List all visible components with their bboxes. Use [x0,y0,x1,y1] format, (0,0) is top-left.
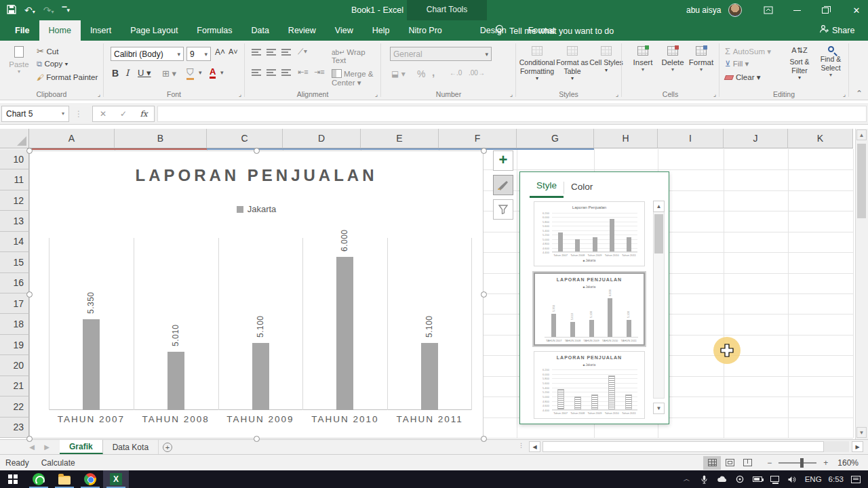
grow-font-icon[interactable]: A˄ [215,47,225,57]
align-bottom-icon[interactable] [281,49,291,56]
plot-area[interactable]: 5.3505.0105.1006.0005.100 [49,238,472,410]
view-page-layout-button[interactable] [721,456,738,470]
style-thumbnail-3[interactable]: LAPORAN PENJUALAN6.2006.0005.8005.6005.4… [534,351,645,419]
decrease-decimal-icon[interactable]: .00→ [469,69,485,77]
align-middle-icon[interactable] [267,49,276,56]
tell-me-box[interactable]: Tell me what you want to do [495,24,614,37]
microphone-icon[interactable] [699,475,710,484]
vertical-scroll-thumb[interactable] [857,144,866,218]
bar-tahun-2008[interactable] [167,352,184,410]
font-name-dropdown-icon[interactable]: ▾ [177,51,180,58]
find-select-button[interactable]: Find & Select▾ [816,46,846,79]
align-top-icon[interactable] [252,49,261,56]
row-header-13[interactable]: 13 [0,211,29,231]
column-header-C[interactable]: C [207,129,283,148]
find-select-dropdown-icon[interactable]: ▾ [829,72,832,79]
style-panel-tab-color[interactable]: Color [564,179,599,197]
view-normal-button[interactable] [703,456,721,470]
group-editing-dialog-launcher-icon[interactable]: ⌟ [843,91,846,98]
zoom-slider-thumb[interactable] [800,458,804,468]
selection-handle[interactable] [26,436,33,442]
column-header-G[interactable]: G [517,129,594,148]
tab-nitro-pro[interactable]: Nitro Pro [399,20,451,41]
restore-button[interactable] [814,0,837,20]
language-indicator[interactable]: ENG [805,475,822,483]
align-right-icon[interactable] [281,69,291,76]
speaker-icon[interactable] [787,476,798,483]
column-header-K[interactable]: K [788,129,853,148]
cut-button[interactable]: ✂ Cut [37,46,58,56]
tab-home[interactable]: Home [39,20,81,41]
name-box-dropdown-icon[interactable]: ▾ [62,110,64,117]
column-header-I[interactable]: I [658,129,724,148]
sheet-nav-left-icon[interactable]: ◀ [24,440,39,454]
bar-tahun-2011[interactable] [421,343,438,410]
align-left-icon[interactable] [252,69,261,76]
tab-file[interactable]: File [5,20,39,41]
tab-insert[interactable]: Insert [81,20,121,41]
onedrive-icon[interactable] [717,476,728,483]
row-header-21[interactable]: 21 [0,376,29,396]
share-button[interactable]: Share [819,24,854,36]
column-header-E[interactable]: E [361,129,439,148]
paste-dropdown-icon[interactable]: ▾ [18,68,20,75]
enter-icon[interactable]: ✓ [113,109,134,119]
align-center-icon[interactable] [267,69,276,76]
format-cells-button-dropdown-icon[interactable]: ▾ [700,66,703,73]
tab-review[interactable]: Review [279,20,326,41]
row-header-16[interactable]: 16 [0,273,29,293]
delete-cells-button[interactable]: Delete▾ [658,46,687,73]
column-header-F[interactable]: F [439,129,517,148]
bar-tahun-2010[interactable] [336,257,353,410]
selection-handle[interactable] [481,291,487,298]
hscroll-left-icon[interactable]: ◀ [529,441,540,452]
column-header-H[interactable]: H [594,129,658,148]
comma-icon[interactable]: , [432,66,435,78]
column-header-B[interactable]: B [115,129,207,148]
horizontal-scroll-thumb[interactable] [542,441,824,452]
customize-quick-access-icon[interactable]: ▔▾ [62,7,70,14]
selection-handle[interactable] [254,436,260,442]
font-color-dropdown-icon[interactable]: ▾ [220,69,224,76]
row-header-22[interactable]: 22 [0,396,29,417]
formula-splitter[interactable]: ⋮ [75,109,83,119]
row-header-19[interactable]: 19 [0,335,29,355]
selection-handle[interactable] [481,436,487,442]
chart-styles-button[interactable] [493,175,513,195]
panel-scroll-down-icon[interactable]: ▼ [653,403,665,414]
clock[interactable]: 6:53 [829,475,844,483]
insert-function-icon[interactable]: fx [134,109,154,119]
fill-color-dropdown-icon[interactable]: ▾ [199,69,202,76]
insert-cells-button-dropdown-icon[interactable]: ▾ [642,66,644,73]
close-button[interactable]: ✕ [845,0,868,20]
fill-button[interactable]: ⊻ Fill ▾ [725,59,749,68]
group-clipboard-dialog-launcher-icon[interactable]: ⌟ [98,91,100,98]
format-painter-button[interactable]: 🖌 Format Painter [37,73,98,81]
bold-button[interactable]: B [112,68,119,79]
shrink-font-icon[interactable]: A˅ [229,47,238,56]
group-alignment-dialog-launcher-icon[interactable]: ⌟ [375,91,378,98]
style-panel-tab-style[interactable]: Style [530,178,564,198]
tab-page-layout[interactable]: Page Layout [121,20,187,41]
sheet-tab-grafik[interactable]: Grafik [60,440,103,454]
cancel-icon[interactable]: ✕ [93,109,113,119]
row-header-15[interactable]: 15 [0,252,29,272]
sheet-tab-data-kota[interactable]: Data Kota [103,440,159,454]
taskbar-chrome[interactable] [77,470,103,488]
scroll-down-icon[interactable]: ▼ [856,427,867,438]
zoom-level[interactable]: 160% [837,458,859,468]
sheet-nav-right-icon[interactable]: ▶ [39,440,54,454]
selection-handle[interactable] [26,148,33,154]
name-box[interactable]: Chart 5 ▾ [1,106,69,122]
undo-icon[interactable]: ↶▾ [24,5,35,16]
group-number-dialog-launcher-icon[interactable]: ⌟ [510,91,513,98]
avatar[interactable] [728,3,742,17]
style-thumbnail-2[interactable]: LAPORAN PENJUALAN5.3505.0105.1006.0005.1… [534,272,645,346]
hscroll-right-icon[interactable]: ▶ [852,441,863,452]
copy-button[interactable]: ⧉ Copy ▾ [37,60,68,68]
font-name-combo[interactable]: Calibri (Body)▾ [111,47,184,61]
percent-icon[interactable]: % [417,68,425,79]
orientation-icon[interactable]: ⟋▾ [298,47,307,56]
tab-data[interactable]: Data [241,20,278,41]
font-size-dropdown-icon[interactable]: ▾ [204,51,208,58]
